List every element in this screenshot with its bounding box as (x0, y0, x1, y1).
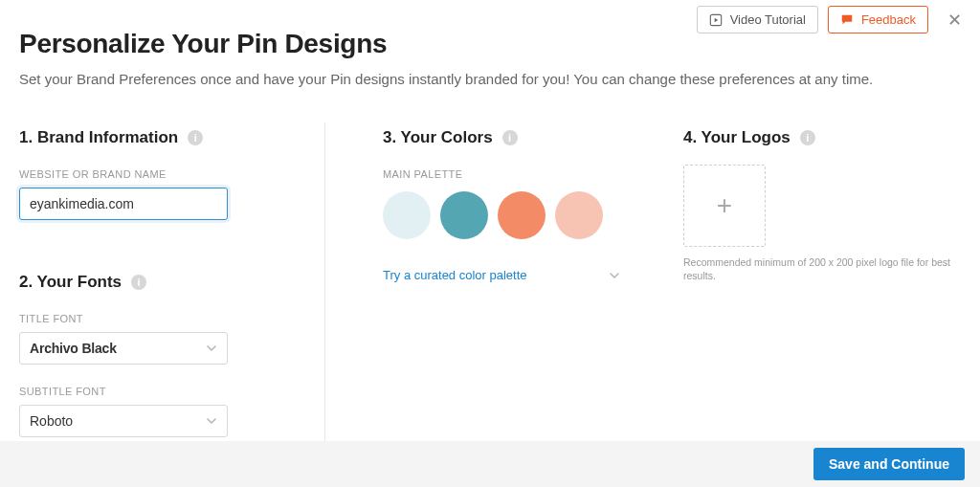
close-icon: ✕ (947, 10, 962, 31)
section-colors-title: 3. Your Colors (383, 128, 493, 147)
title-font-label: TITLE FONT (19, 313, 296, 324)
title-font-value: Archivo Black (30, 341, 117, 356)
feedback-label: Feedback (861, 12, 916, 27)
color-swatch-3[interactable] (498, 191, 546, 239)
close-button[interactable]: ✕ (944, 10, 965, 31)
subtitle-font-value: Roboto (30, 413, 73, 429)
plus-icon: + (717, 190, 732, 221)
chevron-down-icon[interactable] (609, 270, 620, 281)
play-icon (709, 13, 723, 27)
color-palette-link[interactable]: Try a curated color palette (383, 268, 527, 282)
logo-hint: Recommended minimum of 200 x 200 pixel l… (683, 256, 961, 282)
info-icon[interactable]: i (502, 130, 518, 145)
brand-name-input[interactable] (19, 188, 228, 220)
brand-name-label: WEBSITE OR BRAND NAME (19, 168, 296, 180)
color-swatch-1[interactable] (383, 191, 431, 239)
chat-icon (840, 13, 854, 27)
info-icon[interactable]: i (800, 130, 815, 145)
save-continue-button[interactable]: Save and Continue (813, 448, 965, 480)
subtitle-font-label: SUBTITLE FONT (19, 386, 296, 397)
video-tutorial-label: Video Tutorial (730, 12, 806, 27)
section-logos-title: 4. Your Logos (683, 128, 791, 147)
chevron-down-icon (206, 415, 217, 427)
main-palette-label: MAIN PALETTE (383, 168, 645, 180)
color-swatch-2[interactable] (440, 191, 488, 239)
logo-upload-dropzone[interactable]: + (683, 165, 766, 247)
page-title: Personalize Your Pin Designs (19, 29, 961, 59)
info-icon[interactable]: i (131, 275, 146, 290)
color-swatch-4[interactable] (555, 191, 603, 239)
info-icon[interactable]: i (188, 130, 203, 145)
chevron-down-icon (206, 343, 217, 354)
section-fonts-title: 2. Your Fonts (19, 273, 122, 292)
page-subtitle: Set your Brand Preferences once and have… (19, 71, 961, 87)
section-brand-title: 1. Brand Information (19, 128, 178, 147)
subtitle-font-select[interactable]: Roboto (19, 405, 228, 437)
title-font-select[interactable]: Archivo Black (19, 332, 228, 365)
